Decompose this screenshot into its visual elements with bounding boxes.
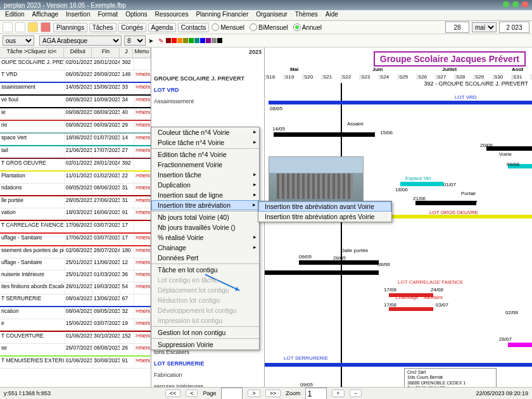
menu-organiseur[interactable]: Organiseur (252, 10, 291, 18)
btn-congés[interactable]: Congés (118, 23, 146, 32)
close-icon[interactable] (522, 1, 528, 8)
gantt-bar[interactable] (299, 260, 379, 265)
ctx-item[interactable]: Insertion titre abréviation (151, 200, 259, 210)
table-row[interactable]: uffage - Sanitaire17/06/202303/07/202317… (0, 234, 151, 246)
gantt-bar[interactable] (265, 270, 379, 275)
color-palette[interactable] (166, 37, 223, 44)
menu-format[interactable]: Format (94, 10, 122, 18)
context-menu[interactable]: Couleur tâche n°4 VoiriePolice tâche n°4… (151, 127, 260, 350)
color-icon[interactable]: ✎ (158, 37, 163, 44)
period-mensuel[interactable]: Mensuel (212, 23, 244, 31)
table-row[interactable]: e15/06/202303/07/202319>menu< (0, 319, 151, 331)
ctx-item[interactable]: Police tâche n°4 Voirie (151, 137, 259, 148)
col-days[interactable]: J (120, 48, 133, 58)
window-controls[interactable] (502, 1, 528, 9)
col-task[interactable]: Tâche >Cliquez ici< (0, 48, 64, 58)
date-month-select[interactable]: mai (472, 22, 497, 32)
ctx-item[interactable]: % réalisé Voirie (151, 232, 259, 243)
ctx-item[interactable]: Chainage (151, 243, 259, 253)
btn-tâches[interactable]: Tâches (89, 23, 117, 32)
info-icon[interactable] (28, 22, 38, 32)
table-row[interactable]: vation18/03/202316/06/202391>menu< (0, 208, 151, 220)
col-menu[interactable]: Menu (133, 48, 151, 58)
table-row[interactable]: ites finitions abords Escaliers28/01/202… (0, 282, 151, 294)
ctx-item[interactable]: Couleur tâche n°4 Voirie (151, 127, 259, 137)
table-row[interactable]: T VRD06/05/202328/09/2023146>menu< (0, 70, 151, 82)
ctx-item[interactable]: Fractionnement Voirie (151, 160, 259, 170)
gantt-bar[interactable] (486, 146, 532, 151)
maximize-icon[interactable] (512, 1, 519, 8)
gantt-chart[interactable]: Groupe Scolaire Jacques Prévert MaiJuinJ… (265, 48, 532, 399)
gantt-bar[interactable] (274, 132, 375, 137)
table-row[interactable]: T GROS OEUVRE02/01/202328/01/2024392 (0, 159, 151, 171)
table-row[interactable]: OUPE SCOLAIRE J. PREVERT02/01/202328/01/… (0, 58, 151, 70)
bold-icon[interactable]: ➤ (148, 37, 153, 44)
ctx-sub-item[interactable]: Insertion titre abréviation après Voirie (258, 212, 391, 222)
menu-insertion[interactable]: Insertion (62, 10, 94, 18)
page-prev[interactable]: < (186, 390, 198, 397)
help-icon[interactable] (41, 22, 51, 32)
menu-options[interactable]: Options (122, 10, 151, 18)
ctx-item[interactable]: Gestion lot non contigu (151, 326, 259, 338)
col-start[interactable]: Début (64, 48, 92, 58)
table-row[interactable]: T MENUISERIES EXTERIEURES01/06/202330/08… (0, 357, 151, 369)
table-row[interactable]: ie09/08/202308/09/202340>menu< (0, 108, 151, 120)
menu-ressources[interactable]: Ressources (151, 10, 193, 18)
table-row[interactable]: uffage - Sanitaire25/01/202311/06/202312… (0, 258, 151, 270)
zoom-in[interactable]: + (332, 390, 344, 397)
ctx-item[interactable]: Tâche en lot contigu (151, 263, 259, 275)
ctx-item[interactable]: Edition tâche n°4 Voirie (151, 148, 259, 160)
zoom-out[interactable]: − (350, 390, 362, 397)
page-prev-fast[interactable]: << (165, 390, 181, 397)
btn-plannings[interactable]: Plannings (53, 23, 87, 32)
table-row[interactable]: se26/07/202308/08/202326>menu< (0, 344, 151, 356)
table-row[interactable]: ssement des pointes de pignons02/08/2023… (0, 246, 151, 258)
gantt-bar[interactable] (269, 101, 532, 104)
date-year-input[interactable] (499, 22, 529, 33)
table-row[interactable]: ndations09/05/202308/06/202331>menu< (0, 184, 151, 196)
menu-aide[interactable]: Aide (322, 10, 342, 18)
filter-select[interactable]: ous (3, 35, 34, 46)
ctx-item[interactable]: Insertion tâche (151, 170, 259, 180)
context-submenu[interactable]: Insertion titre abréviation avant Voirie… (258, 201, 392, 222)
ctx-item[interactable]: Données Pert (151, 253, 259, 263)
table-row[interactable]: ve fioul08/08/202310/09/202334>menu< (0, 96, 151, 108)
save-icon[interactable] (15, 22, 25, 32)
ctx-item[interactable]: Duplication (151, 180, 259, 190)
table-row[interactable]: lle portée28/05/202327/06/202331>menu< (0, 196, 151, 208)
minimize-icon[interactable] (503, 1, 509, 8)
zoom-input[interactable] (305, 388, 327, 400)
table-row[interactable]: T SERRURERIE08/04/202313/06/202367 (0, 294, 151, 307)
page-next[interactable]: > (248, 390, 260, 397)
gantt-bar[interactable] (508, 343, 532, 347)
font-size-select[interactable]: 8 (124, 35, 146, 46)
period-annuel[interactable]: Annuel (293, 23, 322, 31)
col-end[interactable]: Fin (92, 48, 120, 58)
menu-edition[interactable]: Edition (1, 10, 28, 18)
menu-thèmes[interactable]: Thèmes (291, 10, 322, 18)
table-row[interactable]: Plantation11/01/202301/02/202322>menu< (0, 172, 151, 184)
ctx-item[interactable]: Nb jours travaillés Voirie () (151, 222, 259, 232)
table-row[interactable]: T CARRELAGE FAIENCE17/06/202303/07/20231… (0, 221, 151, 233)
table-row[interactable]: rie09/08/202306/09/202329>menu< (0, 121, 151, 133)
ctx-item[interactable]: Suppression Voirie (151, 338, 259, 350)
new-icon[interactable] (3, 22, 13, 32)
btn-agenda[interactable]: Agenda (148, 23, 176, 32)
table-row[interactable]: nuiserie Intérieure25/01/202301/03/20233… (0, 270, 151, 282)
table-row[interactable]: rication08/04/202309/05/202332>menu< (0, 307, 151, 319)
table-row[interactable]: tail21/06/202317/07/202327>menu< (0, 146, 151, 158)
table-row[interactable]: space Vert18/06/202301/07/202314>menu< (0, 134, 151, 146)
page-input[interactable] (221, 388, 243, 400)
menu-planning financier[interactable]: Planning Financier (192, 10, 252, 18)
gantt-bar[interactable] (400, 182, 443, 186)
date-day-input[interactable] (445, 22, 469, 33)
ctx-sub-item[interactable]: Insertion titre abréviation avant Voirie (258, 201, 391, 212)
menu-affichage[interactable]: Affichage (28, 10, 63, 18)
page-next-fast[interactable]: >> (265, 390, 281, 397)
ctx-item[interactable]: Insertion saut de ligne (151, 190, 259, 200)
period-bimensuel[interactable]: BiMensuel (250, 23, 288, 31)
ctx-item[interactable]: Nb jours total Voirie (40) (151, 211, 259, 222)
gantt-bar[interactable] (265, 363, 532, 367)
font-select[interactable]: AGA Arabesque (39, 35, 122, 46)
btn-contacts[interactable]: Contacts (178, 23, 209, 32)
